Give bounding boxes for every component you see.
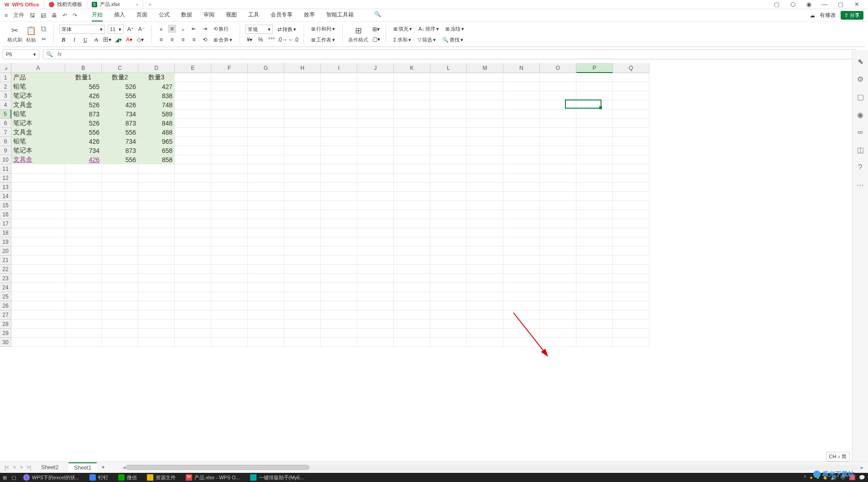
cell[interactable] bbox=[11, 265, 65, 274]
cell[interactable] bbox=[284, 256, 321, 265]
row-header[interactable]: 8 bbox=[0, 137, 11, 146]
cell[interactable] bbox=[321, 256, 357, 265]
cell[interactable]: 铅笔 bbox=[11, 82, 65, 91]
link-icon[interactable]: ∞ bbox=[858, 128, 863, 136]
cell[interactable] bbox=[248, 210, 284, 219]
cell[interactable] bbox=[503, 201, 540, 210]
taskbar-item[interactable]: 微信 bbox=[115, 474, 140, 481]
cell[interactable] bbox=[11, 274, 65, 283]
cell[interactable]: 文具盒 bbox=[11, 100, 65, 110]
cell[interactable] bbox=[540, 338, 576, 347]
cell[interactable]: 556 bbox=[102, 91, 138, 100]
cell[interactable] bbox=[357, 183, 394, 192]
cell[interactable] bbox=[467, 164, 503, 173]
cell[interactable] bbox=[540, 201, 576, 210]
cell[interactable] bbox=[248, 219, 284, 228]
cell[interactable] bbox=[138, 228, 175, 237]
row-header[interactable]: 6 bbox=[0, 119, 11, 128]
cell[interactable]: 734 bbox=[65, 146, 102, 155]
cell[interactable] bbox=[248, 283, 284, 292]
cell[interactable] bbox=[430, 137, 467, 146]
cell[interactable] bbox=[248, 164, 284, 173]
cell[interactable] bbox=[321, 73, 357, 82]
cell[interactable] bbox=[211, 320, 248, 329]
cell[interactable] bbox=[211, 201, 248, 210]
taskbar-item[interactable]: W产品.xlsx - WPS O... bbox=[183, 474, 243, 481]
cell[interactable] bbox=[357, 237, 394, 246]
cell[interactable] bbox=[102, 201, 138, 210]
cell[interactable] bbox=[321, 128, 357, 137]
cell[interactable] bbox=[430, 320, 467, 329]
search-icon[interactable]: 🔍 bbox=[374, 9, 381, 21]
cell[interactable] bbox=[394, 73, 430, 82]
cell[interactable] bbox=[394, 91, 430, 100]
undo-icon[interactable]: ↶ bbox=[63, 12, 67, 19]
cell[interactable] bbox=[613, 338, 649, 347]
row-header[interactable]: 19 bbox=[0, 237, 11, 246]
cell[interactable] bbox=[503, 292, 540, 301]
cell[interactable] bbox=[321, 82, 357, 91]
cell[interactable] bbox=[613, 228, 649, 237]
cell[interactable] bbox=[248, 228, 284, 237]
cell[interactable] bbox=[394, 292, 430, 301]
formula-input[interactable]: 🔍 fx bbox=[43, 49, 856, 59]
cell[interactable] bbox=[284, 146, 321, 155]
cell[interactable] bbox=[284, 100, 321, 110]
cell[interactable] bbox=[175, 219, 211, 228]
cell[interactable] bbox=[248, 201, 284, 210]
tray-chevron-icon[interactable]: ^ bbox=[804, 475, 806, 480]
cell[interactable] bbox=[430, 219, 467, 228]
italic-button[interactable]: I bbox=[70, 36, 78, 44]
format-painter-button[interactable]: ✂格式刷 bbox=[7, 26, 22, 43]
cell[interactable] bbox=[138, 237, 175, 246]
cell[interactable] bbox=[613, 91, 649, 100]
column-header[interactable]: L bbox=[430, 63, 467, 73]
cell[interactable] bbox=[138, 183, 175, 192]
cell[interactable] bbox=[430, 237, 467, 246]
cell[interactable] bbox=[467, 338, 503, 347]
cell[interactable]: 526 bbox=[65, 100, 102, 110]
cell[interactable] bbox=[102, 173, 138, 183]
cell[interactable] bbox=[503, 329, 540, 338]
cell[interactable] bbox=[175, 329, 211, 338]
currency-icon[interactable]: ¥▾ bbox=[246, 36, 254, 44]
cell[interactable] bbox=[467, 228, 503, 237]
cell[interactable] bbox=[248, 173, 284, 183]
last-sheet-icon[interactable]: >| bbox=[26, 464, 31, 471]
cell[interactable] bbox=[248, 119, 284, 128]
cell[interactable] bbox=[357, 219, 394, 228]
cell[interactable] bbox=[394, 155, 430, 164]
cell[interactable] bbox=[175, 82, 211, 91]
cell[interactable] bbox=[503, 210, 540, 219]
cell[interactable] bbox=[540, 146, 576, 155]
cell[interactable] bbox=[248, 155, 284, 164]
cell[interactable] bbox=[175, 301, 211, 310]
cell[interactable] bbox=[284, 329, 321, 338]
chart-icon[interactable]: ◉ bbox=[857, 110, 863, 119]
cell[interactable] bbox=[321, 100, 357, 110]
cell[interactable] bbox=[175, 192, 211, 201]
cell[interactable] bbox=[613, 219, 649, 228]
cond-format-button[interactable]: ⊞条件格式 bbox=[348, 26, 368, 43]
cell[interactable] bbox=[357, 210, 394, 219]
cell[interactable] bbox=[11, 283, 65, 292]
cell[interactable] bbox=[211, 73, 248, 82]
cell[interactable]: 426 bbox=[65, 155, 102, 164]
cell[interactable] bbox=[248, 73, 284, 82]
cell[interactable] bbox=[284, 219, 321, 228]
cell[interactable] bbox=[503, 128, 540, 137]
cell[interactable] bbox=[65, 183, 102, 192]
cell[interactable] bbox=[613, 256, 649, 265]
cell[interactable] bbox=[540, 164, 576, 173]
cell[interactable] bbox=[321, 237, 357, 246]
cell[interactable] bbox=[540, 73, 576, 82]
cell[interactable] bbox=[321, 338, 357, 347]
tab-member[interactable]: 会员专享 bbox=[271, 9, 293, 21]
cell[interactable] bbox=[503, 100, 540, 110]
cell[interactable] bbox=[503, 265, 540, 274]
taskview-icon[interactable]: ▢ bbox=[11, 475, 16, 481]
filter-button[interactable]: ▽ 筛选▾ bbox=[416, 35, 438, 44]
cell[interactable] bbox=[248, 256, 284, 265]
settings-icon[interactable]: ⚙ bbox=[857, 75, 863, 84]
cell[interactable] bbox=[211, 310, 248, 320]
